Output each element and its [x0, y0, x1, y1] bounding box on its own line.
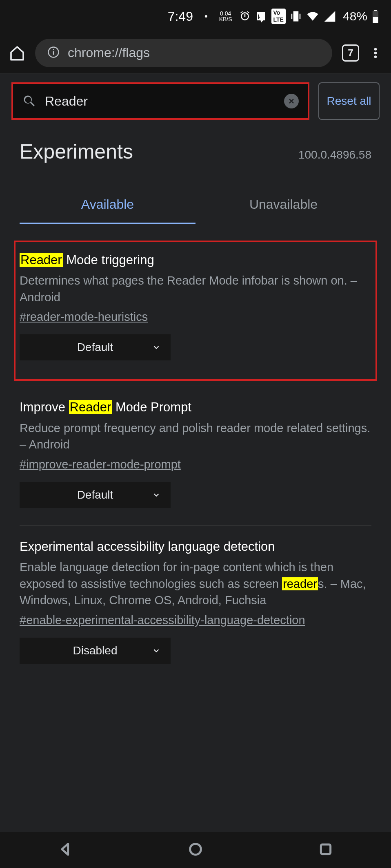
browser-toolbar: chrome://flags 7 — [0, 33, 391, 73]
tab-available[interactable]: Available — [20, 188, 196, 224]
dropdown-value: Default — [77, 488, 113, 501]
clear-search-button[interactable] — [284, 94, 299, 108]
status-dot-icon: • — [204, 11, 208, 22]
flag-dropdown[interactable]: Default — [20, 482, 171, 508]
flag-description: Reduce prompt frequency and polish reade… — [20, 420, 371, 453]
status-bar: 7:49 • 0.04 KB/S VoLTE 48% — [0, 0, 391, 33]
vibrate-icon — [290, 10, 302, 22]
flag-dropdown[interactable]: Disabled — [20, 638, 171, 664]
flag-dropdown[interactable]: Default — [20, 334, 171, 360]
battery-percent: 48% — [343, 9, 367, 23]
back-button[interactable] — [57, 841, 73, 859]
svg-point-4 — [374, 48, 377, 50]
page-content: Experiments 100.0.4896.58 Available Unav… — [0, 129, 391, 832]
flag-hash-link[interactable]: #enable-experimental-accessibility-langu… — [20, 614, 305, 627]
home-button[interactable] — [9, 45, 25, 61]
url-text: chrome://flags — [68, 45, 150, 60]
flag-item-improve-reader-mode-prompt: Improve Reader Mode Prompt Reduce prompt… — [20, 386, 371, 520]
tab-row: Available Unavailable — [20, 188, 371, 224]
chevron-down-icon — [152, 343, 161, 352]
version-label: 100.0.4896.58 — [298, 148, 371, 161]
network-speed: 0.04 KB/S — [219, 11, 232, 22]
svg-point-5 — [374, 51, 377, 54]
dropdown-value: Disabled — [73, 644, 118, 657]
chevron-down-icon — [152, 646, 161, 655]
flag-search-input[interactable] — [45, 94, 276, 109]
url-bar[interactable]: chrome://flags — [35, 39, 332, 67]
flag-item-accessibility-language-detection: Experimental accessibility language dete… — [20, 526, 371, 676]
flag-title: Improve Reader Mode Prompt — [20, 399, 371, 415]
svg-point-7 — [190, 844, 201, 855]
page-heading: Experiments — [20, 140, 133, 163]
tab-unavailable[interactable]: Unavailable — [196, 188, 371, 224]
highlight: Reader — [69, 400, 112, 414]
nfc-icon — [255, 10, 267, 22]
wifi-icon — [306, 10, 319, 23]
flag-hash-link[interactable]: #reader-mode-heuristics — [20, 310, 148, 324]
highlight: Reader — [20, 253, 63, 267]
highlight: reader — [282, 577, 318, 590]
flag-search-row: Reset all — [0, 73, 391, 129]
flag-title: Reader Mode triggering — [20, 252, 371, 268]
divider — [20, 681, 371, 681]
status-time: 7:49 — [168, 9, 193, 24]
info-icon — [47, 46, 60, 60]
tab-switcher[interactable]: 7 — [342, 44, 359, 62]
overflow-menu[interactable] — [369, 46, 382, 60]
flag-description: Enable language detection for in-page co… — [20, 559, 371, 609]
search-icon — [22, 94, 37, 108]
recents-button[interactable] — [318, 841, 334, 859]
alarm-icon — [239, 10, 251, 22]
net-speed-unit: KB/S — [219, 16, 232, 22]
flag-hash-link[interactable]: #improve-reader-mode-prompt — [20, 458, 181, 471]
flag-title: Experimental accessibility language dete… — [20, 539, 371, 555]
svg-rect-2 — [53, 51, 54, 55]
svg-rect-3 — [53, 49, 54, 50]
dropdown-value: Default — [77, 341, 113, 354]
home-button-nav[interactable] — [187, 841, 204, 859]
battery-icon — [371, 10, 380, 23]
svg-rect-0 — [373, 11, 378, 17]
chevron-down-icon — [152, 490, 161, 499]
flag-description: Determines what pages the Reader Mode in… — [20, 272, 371, 305]
system-nav-bar — [0, 832, 391, 868]
svg-point-6 — [374, 55, 377, 58]
volte-icon: VoLTE — [271, 9, 286, 24]
reset-all-button[interactable]: Reset all — [318, 82, 380, 120]
svg-rect-8 — [321, 844, 331, 854]
signal-icon — [323, 10, 336, 23]
net-speed-value: 0.04 — [220, 11, 231, 16]
flag-search-box — [11, 82, 309, 120]
flag-item-reader-mode-triggering: Reader Mode triggering Determines what p… — [14, 241, 377, 381]
